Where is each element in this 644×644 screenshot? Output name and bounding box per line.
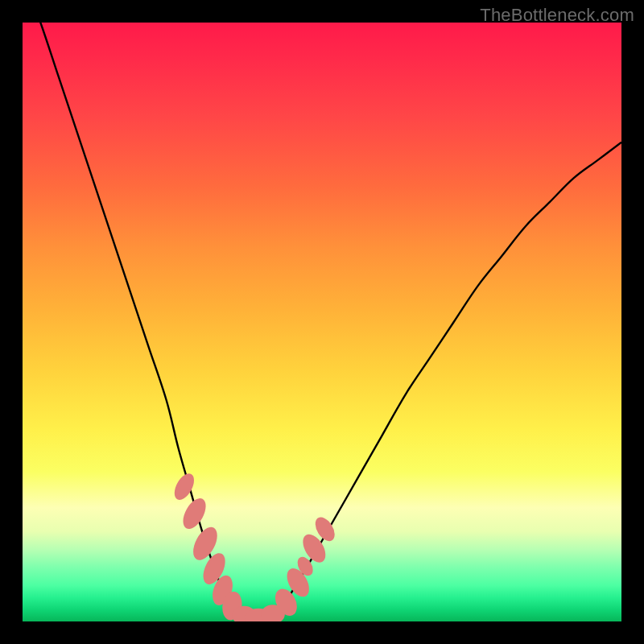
plot-area [23,23,621,621]
data-markers [171,470,339,621]
chart-frame: TheBottleneck.com [0,0,644,644]
data-marker [171,470,198,503]
data-marker [179,494,211,532]
watermark-text: TheBottleneck.com [480,5,634,26]
bottleneck-curve [23,23,621,621]
